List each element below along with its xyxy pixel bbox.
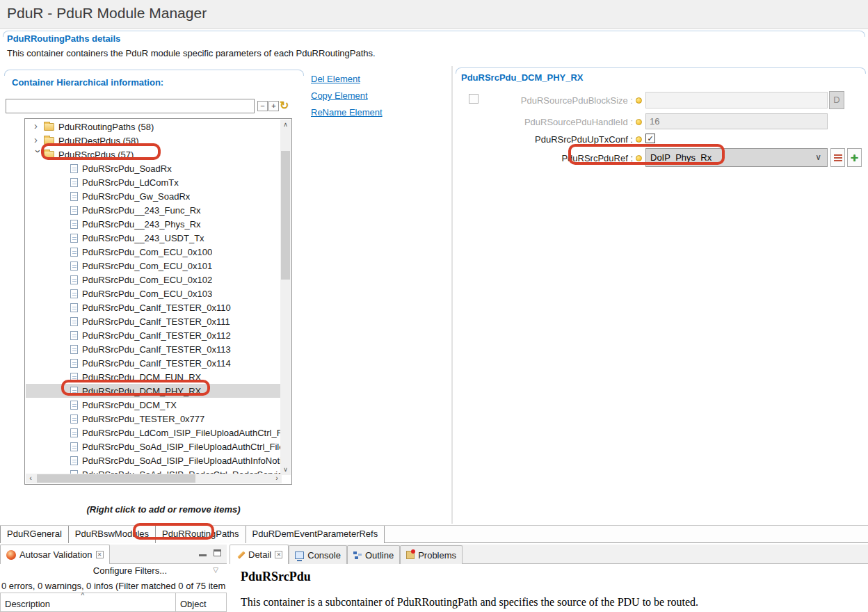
tree-item[interactable]: PduRSrcPdu__243_USDT_Tx (26, 231, 281, 245)
tree-item[interactable]: PduRSrcPdu_CanIf_TESTER_0x114 (26, 356, 281, 370)
tab-problems[interactable]: Problems (400, 545, 463, 565)
scroll-right-icon[interactable]: › (272, 474, 282, 483)
tree-item[interactable]: PduRSrcPdu_SoAd_ISIP_FileUploadAuthCtrl_… (26, 440, 281, 453)
tab-autosar-validation[interactable]: Autosar Validation ✕ (0, 545, 110, 564)
default-button[interactable]: D (829, 91, 844, 109)
file-icon (70, 289, 78, 298)
folder-icon (44, 137, 54, 145)
tree-item[interactable]: PduRSrcPdu_CanIf_TESTER_0x112 (26, 328, 281, 342)
tab-outline[interactable]: Outline (347, 545, 400, 565)
file-icon (70, 303, 78, 312)
chevron-right-icon[interactable]: › (34, 136, 42, 144)
view-menu-icon[interactable]: ▽ (213, 566, 218, 574)
tree-item[interactable]: PduRSrcPdu_TESTER_0x777 (26, 412, 281, 426)
close-icon[interactable]: ✕ (275, 551, 282, 558)
tree-item[interactable]: PduRSrcPdu_Gw_SoadRx (26, 189, 281, 203)
maximize-icon[interactable] (214, 549, 221, 556)
tree-item[interactable]: PduRSrcPdu_Com_ECU_0x102 (26, 273, 281, 287)
lightbulb-icon (636, 155, 642, 161)
tree-filter-input[interactable] (6, 99, 255, 113)
add-reference-button[interactable]: + (847, 148, 862, 167)
tab-pdurgeneral[interactable]: PduRGeneral (0, 526, 69, 543)
tree-item[interactable]: PduRSrcPdu_SoAd_ISIP_FileUploadAuthInfoN… (26, 453, 281, 467)
tree-item[interactable]: PduRSrcPdu_CanIf_TESTER_0x111 (26, 314, 281, 328)
tree-item[interactable]: ›PduRSrcPdus (57) (26, 147, 281, 161)
link-rename-element[interactable]: ReName Element (311, 107, 383, 118)
vertical-scroll-thumb[interactable] (281, 151, 290, 280)
tree-item[interactable]: PduRSrcPdu_Com_ECU_0x101 (26, 259, 281, 273)
handleid-input[interactable] (645, 113, 828, 129)
configure-filters-button[interactable]: Configure Filters... (93, 565, 167, 576)
tree-item[interactable]: PduRSrcPdu_DCM_PHY_RX (26, 384, 281, 398)
tree-item[interactable]: PduRSrcPdu_SoadRx (26, 161, 281, 175)
file-icon (70, 345, 78, 354)
folder-icon (44, 151, 54, 159)
scroll-left-icon[interactable]: ‹ (26, 474, 35, 483)
tree-item[interactable]: PduRSrcPdu__243_Phys_Rx (26, 217, 281, 231)
pdur-module-manager-window: PduR - PduR Module Manager PduRRoutingPa… (0, 0, 868, 612)
tree-item[interactable]: PduRSrcPdu_LdComTx (26, 175, 281, 189)
collapse-all-icon[interactable]: − (257, 101, 268, 111)
tree-horizontal-scrollbar[interactable]: ‹ › (26, 474, 282, 483)
file-icon (70, 248, 78, 257)
link-del-element[interactable]: Del Element (311, 74, 383, 84)
srcpduref-combobox[interactable]: DoIP_Phys_Rx ∨ (645, 148, 828, 167)
file-icon (70, 331, 78, 340)
tab-console[interactable]: Console (289, 545, 347, 565)
tree-item-label: PduRSrcPdu__243_Func_Rx (82, 205, 201, 216)
tab-pdurbswmodules[interactable]: PduRBswModules (69, 526, 156, 543)
tree-item[interactable]: PduRSrcPdu_LdCom_ISIP_FileUploadAuthCtrl… (26, 426, 281, 440)
link-copy-element[interactable]: Copy Element (311, 90, 383, 101)
tree-item[interactable]: PduRSrcPdu_Com_ECU_0x103 (26, 287, 281, 300)
chevron-right-icon[interactable]: › (34, 122, 42, 130)
lightbulb-icon (636, 119, 642, 125)
tab-pdurdemeventparameterrefs[interactable]: PduRDemEventParameterRefs (246, 526, 385, 543)
refresh-icon[interactable]: ↻ (280, 99, 289, 112)
chevron-down-icon[interactable]: ∨ (815, 149, 821, 166)
field-label-srcpduref: PduRSrcPduRef : (456, 153, 642, 163)
scroll-up-icon[interactable]: ∧ (280, 120, 291, 130)
file-icon (70, 401, 78, 410)
tree-item-label: PduRDestPdus (58) (58, 136, 139, 146)
file-icon (70, 234, 78, 243)
column-header-description[interactable]: ^ Description (0, 593, 175, 612)
validation-table-header: ^ Description Object (0, 593, 227, 612)
detail-content: PduRSrcPdu This container is a subcontai… (230, 564, 868, 612)
tree-item[interactable]: PduRSrcPdu_Com_ECU_0x100 (26, 245, 281, 259)
tree-item[interactable]: PduRSrcPdu__243_Func_Rx (26, 203, 281, 217)
browse-list-button[interactable] (830, 148, 845, 167)
chevron-down-icon[interactable]: › (34, 150, 42, 158)
tree-item[interactable]: PduRSrcPdu_CanIf_TESTER_0x113 (26, 342, 281, 356)
detail-heading: PduRSrcPdu (241, 570, 311, 584)
tree-item-label: PduRSrcPdu_LdComTx (82, 177, 179, 188)
column-header-object[interactable]: Object (175, 593, 227, 612)
tree-item[interactable]: PduRSrcPdu_DCM_TX (26, 398, 281, 412)
detail-body-text: This container is a subcontainer of PduR… (241, 596, 698, 609)
horizontal-scroll-thumb[interactable] (37, 474, 195, 483)
tab-pdurroutingpaths[interactable]: PduRRoutingPaths (156, 526, 246, 543)
tree-vertical-scrollbar[interactable]: ∧ ∨ (280, 120, 291, 475)
tree-item[interactable]: PduRSrcPdu_DCM_FUN_RX (26, 370, 281, 384)
minimize-icon[interactable] (199, 549, 207, 556)
tree-item-label: PduRSrcPdu_CanIf_TESTER_0x114 (82, 358, 231, 369)
config-tab-strip: PduRGeneralPduRBswModulesPduRRoutingPath… (0, 525, 868, 543)
close-icon[interactable]: ✕ (96, 551, 104, 558)
main-vertical-divider (451, 66, 453, 524)
expand-all-icon[interactable]: + (268, 101, 279, 111)
uptxconf-checkbox[interactable]: ✓ (645, 134, 655, 143)
container-tree: ›PduRRoutingPaths (58)›PduRDestPdus (58)… (24, 118, 292, 485)
blocksize-input[interactable] (645, 92, 828, 108)
scroll-down-icon[interactable]: ∨ (280, 465, 291, 475)
tree-item[interactable]: ›PduRRoutingPaths (58) (26, 120, 281, 134)
tab-detail[interactable]: Detail✕ (230, 545, 289, 564)
tree-item-label: PduRSrcPdu_DCM_FUN_RX (82, 372, 201, 382)
file-icon (70, 456, 78, 465)
tree-item[interactable]: ›PduRDestPdus (58) (26, 134, 281, 147)
tree-item-label: PduRSrcPdu_DCM_TX (82, 400, 177, 410)
tree-item-label: PduRSrcPdu_TESTER_0x777 (82, 414, 204, 424)
tree-item[interactable]: PduRSrcPdu_CanIf_TESTER_0x110 (26, 300, 281, 314)
tree-item-label: PduRSrcPdu_SoAd_ISIP_FileUploadAuthInfoN… (82, 456, 281, 466)
details-section-description: This container containers the PduR modul… (7, 48, 376, 58)
file-icon (70, 164, 78, 173)
file-icon (70, 373, 78, 382)
